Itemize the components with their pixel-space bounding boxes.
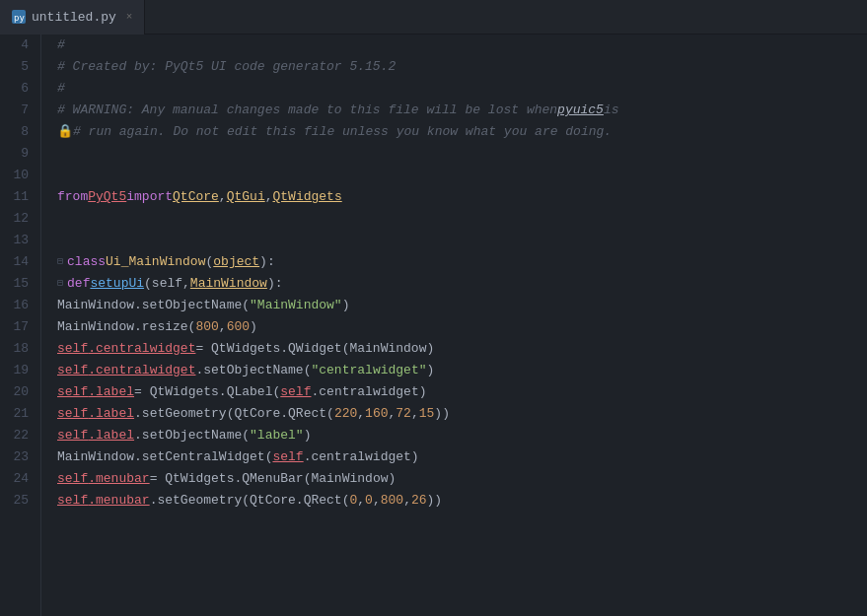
- code-line: # Created by: PyQt5 UI code generator 5.…: [57, 56, 867, 78]
- line-number: 25: [8, 490, 29, 512]
- code-line: self.menubar = QtWidgets.QMenuBar(MainWi…: [57, 468, 867, 490]
- line-number: 6: [8, 78, 29, 100]
- line-number: 24: [8, 468, 29, 490]
- line-number: 12: [8, 208, 29, 230]
- tab-close-button[interactable]: ×: [126, 11, 133, 23]
- code-line: [57, 165, 867, 186]
- editor-container: 45678910111213141516171819202122232425 #…: [0, 34, 867, 616]
- line-number: 14: [8, 251, 29, 273]
- code-line: [57, 208, 867, 230]
- line-number: 13: [8, 230, 29, 251]
- line-numbers: 45678910111213141516171819202122232425: [0, 34, 41, 616]
- code-line: ⊟ def setupUi(self, MainWindow):: [57, 273, 867, 295]
- tab-bar: py untitled.py ×: [0, 0, 867, 34]
- line-number: 7: [8, 100, 29, 121]
- code-area[interactable]: ## Created by: PyQt5 UI code generator 5…: [41, 34, 867, 616]
- code-line: #: [57, 34, 867, 56]
- line-number: 10: [8, 165, 29, 186]
- line-number: 17: [8, 316, 29, 338]
- code-line: ⊟class Ui_MainWindow(object):: [57, 251, 867, 273]
- code-line: self.centralwidget.setObjectName("centra…: [57, 360, 867, 381]
- line-number: 15: [8, 273, 29, 295]
- line-number: 19: [8, 360, 29, 381]
- code-line: MainWindow.resize(800, 600): [57, 316, 867, 338]
- tab-filename: untitled.py: [32, 10, 116, 25]
- code-line: MainWindow.setCentralWidget(self.central…: [57, 446, 867, 468]
- code-line: #: [57, 78, 867, 100]
- line-number: 16: [8, 295, 29, 316]
- code-line: # WARNING: Any manual changes made to th…: [57, 100, 867, 121]
- line-number: 22: [8, 425, 29, 446]
- line-number: 9: [8, 143, 29, 165]
- code-line: from PyQt5 import QtCore, QtGui, QtWidge…: [57, 186, 867, 208]
- code-line: 🔒# run again. Do not edit this file unle…: [57, 121, 867, 143]
- line-number: 18: [8, 338, 29, 360]
- line-number: 4: [8, 34, 29, 56]
- code-line: self.label = QtWidgets.QLabel(self.centr…: [57, 381, 867, 403]
- line-number: 5: [8, 56, 29, 78]
- line-number: 8: [8, 121, 29, 143]
- code-line: self.centralwidget = QtWidgets.QWidget(M…: [57, 338, 867, 360]
- code-line: MainWindow.setObjectName("MainWindow"): [57, 295, 867, 316]
- code-line: [57, 230, 867, 251]
- line-number: 20: [8, 381, 29, 403]
- code-line: [57, 143, 867, 165]
- code-line: self.label.setObjectName("label"): [57, 425, 867, 446]
- line-number: 23: [8, 446, 29, 468]
- code-line: self.label.setGeometry(QtCore.QRect(220,…: [57, 403, 867, 425]
- svg-text:py: py: [14, 13, 25, 23]
- line-number: 11: [8, 186, 29, 208]
- code-line: self.menubar.setGeometry(QtCore.QRect(0,…: [57, 490, 867, 512]
- line-number: 21: [8, 403, 29, 425]
- python-file-icon: py: [12, 10, 26, 24]
- tab-untitled-py[interactable]: py untitled.py ×: [0, 0, 145, 34]
